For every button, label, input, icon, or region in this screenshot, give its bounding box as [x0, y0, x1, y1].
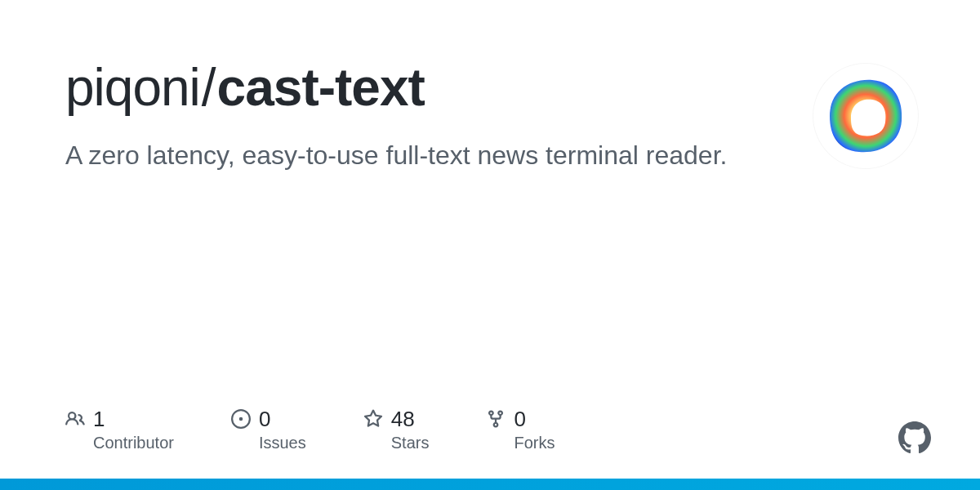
- repo-stats: 1 Contributor 0 Issues 48 Stars: [65, 407, 555, 452]
- stars-count: 48: [391, 407, 430, 432]
- fork-icon: [486, 409, 506, 432]
- repo-description: A zero latency, easy-to-use full-text ne…: [65, 137, 735, 174]
- stat-contributors[interactable]: 1 Contributor: [65, 407, 174, 452]
- github-logo-icon[interactable]: [898, 421, 931, 457]
- repo-owner[interactable]: piqoni: [65, 58, 200, 117]
- language-color-bar: [0, 479, 980, 490]
- forks-label: Forks: [514, 434, 555, 452]
- issues-label: Issues: [259, 434, 306, 452]
- forks-count: 0: [514, 407, 555, 432]
- people-icon: [65, 409, 85, 432]
- repo-separator: /: [202, 58, 216, 117]
- stat-forks[interactable]: 0 Forks: [486, 407, 555, 452]
- stars-label: Stars: [391, 434, 430, 452]
- stat-issues[interactable]: 0 Issues: [231, 407, 306, 452]
- contributors-label: Contributor: [93, 434, 174, 452]
- stat-stars[interactable]: 48 Stars: [363, 407, 430, 452]
- repo-avatar[interactable]: [813, 64, 918, 168]
- issue-icon: [231, 409, 251, 432]
- contributors-count: 1: [93, 407, 174, 432]
- repo-name[interactable]: cast-text: [217, 58, 425, 117]
- issues-count: 0: [259, 407, 306, 432]
- star-icon: [363, 409, 383, 432]
- repo-title: piqoni/cast-text: [65, 59, 813, 116]
